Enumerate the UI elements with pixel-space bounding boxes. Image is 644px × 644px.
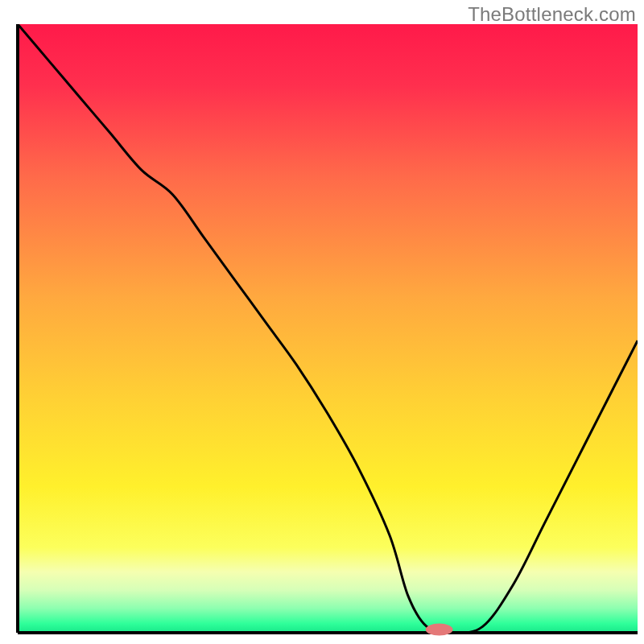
plot-background (18, 24, 638, 633)
bottleneck-chart: TheBottleneck.com (0, 0, 644, 644)
chart-svg (0, 0, 644, 644)
attribution-text: TheBottleneck.com (468, 3, 636, 26)
optimal-marker (426, 623, 453, 635)
